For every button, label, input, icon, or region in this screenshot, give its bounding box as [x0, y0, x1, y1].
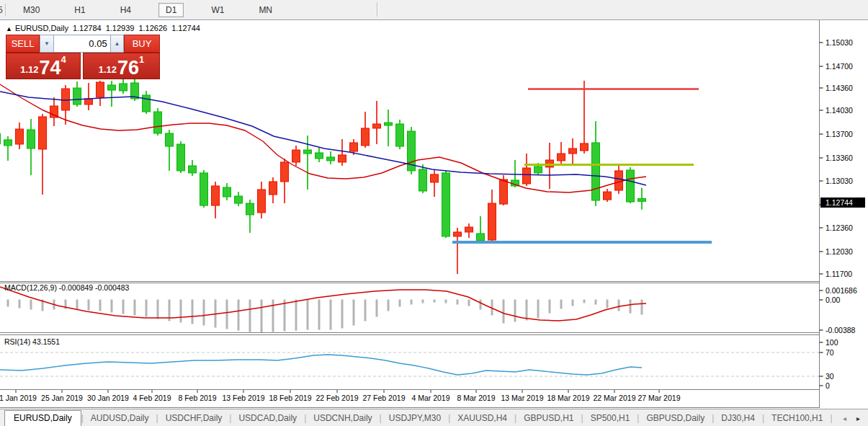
- svg-text:1.12744: 1.12744: [826, 198, 853, 207]
- svg-text:1.12360: 1.12360: [826, 223, 853, 232]
- svg-text:13 Feb 2019: 13 Feb 2019: [223, 394, 265, 402]
- tab-scroll-arrows: ◂ ▸: [833, 409, 865, 426]
- chart-tab-bar: EURUSD,Daily|AUDUSD,Daily|USDCHF,Daily|U…: [0, 409, 868, 426]
- price-axis: 1.150301.147001.143601.140301.137001.133…: [820, 38, 857, 390]
- svg-text:30 Jan 2019: 30 Jan 2019: [87, 394, 129, 402]
- svg-text:30: 30: [826, 372, 834, 381]
- toolbar-divider: [377, 2, 378, 17]
- timeframe-mn[interactable]: MN: [251, 3, 279, 17]
- tab-usdchf-daily[interactable]: USDCHF,Daily: [158, 412, 230, 425]
- svg-text:8 Mar 2019: 8 Mar 2019: [457, 394, 495, 402]
- svg-text:0: 0: [826, 381, 830, 390]
- tab-usdcnh-daily[interactable]: USDCNH,Daily: [306, 412, 379, 425]
- buy-price-prefix: 1.12: [99, 64, 117, 75]
- svg-text:70: 70: [826, 348, 834, 357]
- svg-text:27 Mar 2019: 27 Mar 2019: [638, 394, 681, 402]
- svg-text:0.00: 0.00: [826, 296, 841, 304]
- buy-price-display[interactable]: 1.12 76 1: [83, 53, 160, 79]
- tab-usdcad-daily[interactable]: USDCAD,Daily: [231, 412, 304, 425]
- one-click-trading-panel: SELL ▼ ▲ BUY 1.12 74 4 1.12 76 1: [6, 35, 160, 79]
- tab-gbpusd-daily[interactable]: GBPUSD,Daily: [639, 412, 712, 425]
- svg-text:1.12030: 1.12030: [826, 247, 853, 256]
- timeframe-m30[interactable]: M30: [16, 3, 47, 17]
- sell-price-pip: 4: [61, 54, 66, 65]
- tab-gbpusd-h1[interactable]: GBPUSD,H1: [516, 412, 581, 425]
- macd-label: MACD(12,26,9) -0.000849 -0.000483: [4, 283, 130, 292]
- svg-text:1.13360: 1.13360: [826, 154, 853, 162]
- tab-eurusd-daily[interactable]: EURUSD,Daily: [4, 410, 81, 426]
- close-value: 1.12744: [171, 24, 200, 32]
- buy-price-pip: 1: [139, 54, 144, 65]
- svg-text:100: 100: [826, 338, 838, 347]
- time-axis: 21 Jan 201925 Jan 201930 Jan 20194 Feb 2…: [0, 390, 681, 402]
- svg-text:18 Mar 2019: 18 Mar 2019: [547, 394, 590, 402]
- sell-price-big: 74: [40, 59, 61, 77]
- rsi-label: RSI(14) 43.1551: [4, 337, 60, 346]
- svg-text:1.14700: 1.14700: [826, 62, 853, 71]
- volume-input[interactable]: [54, 35, 110, 53]
- svg-text:21 Jan 2019: 21 Jan 2019: [0, 394, 37, 402]
- svg-text:13 Mar 2019: 13 Mar 2019: [501, 394, 544, 402]
- svg-text:22 Feb 2019: 22 Feb 2019: [316, 394, 359, 402]
- symbol-ohlc-header: ▲EURUSD,Daily1.127841.129391.126261.1274…: [6, 24, 200, 32]
- sell-button[interactable]: SELL: [6, 35, 40, 53]
- sell-price-display[interactable]: 1.12 74 4: [6, 53, 81, 79]
- svg-text:27 Feb 2019: 27 Feb 2019: [363, 394, 406, 402]
- timeframe-h4[interactable]: H4: [113, 3, 138, 17]
- timeframe-h1[interactable]: H1: [67, 3, 92, 17]
- svg-text:1.14030: 1.14030: [826, 106, 853, 115]
- tab-audusd-daily[interactable]: AUDUSD,Daily: [84, 412, 156, 425]
- open-value: 1.12784: [73, 24, 102, 32]
- tab-dj30-h4[interactable]: DJ30,H4: [714, 412, 762, 425]
- tab-xauusd-h4[interactable]: XAUUSD,H4: [450, 412, 514, 425]
- current-price-box: 1.12744: [820, 198, 865, 208]
- timeframe-buttons: M30H1H4D1W1MN: [6, 3, 290, 17]
- svg-text:4 Feb 2019: 4 Feb 2019: [133, 394, 171, 402]
- volume-up-icon[interactable]: ▲: [110, 35, 125, 53]
- timeframe-toolbar: 5 M30H1H4D1W1MN: [0, 0, 868, 20]
- buy-price-big: 76: [117, 59, 139, 77]
- svg-text:8 Feb 2019: 8 Feb 2019: [178, 394, 216, 402]
- svg-text:1.14360: 1.14360: [826, 84, 853, 92]
- svg-text:1.11700: 1.11700: [826, 270, 852, 278]
- svg-text:0.001686: 0.001686: [826, 286, 857, 295]
- symbol-label: EURUSD,Daily: [15, 24, 68, 32]
- svg-text:18 Feb 2019: 18 Feb 2019: [269, 394, 312, 402]
- macd-pane-label: MACD(12,26,9) -0.000849 -0.000483: [4, 283, 130, 292]
- high-value: 1.12939: [106, 24, 135, 32]
- svg-text:1.15030: 1.15030: [826, 38, 853, 47]
- tab-scroll-right-icon[interactable]: ▸: [851, 414, 865, 422]
- timeframe-d1[interactable]: D1: [158, 3, 184, 17]
- svg-text:22 Mar 2019: 22 Mar 2019: [594, 394, 636, 402]
- buy-button[interactable]: BUY: [124, 35, 160, 53]
- svg-text:4 Mar 2019: 4 Mar 2019: [411, 394, 449, 402]
- tab-tech100-h1[interactable]: TECH100,H1: [764, 412, 830, 425]
- rsi-pane-label: RSI(14) 43.1551: [4, 337, 60, 346]
- sell-price-prefix: 1.12: [20, 64, 38, 75]
- volume-down-icon[interactable]: ▼: [40, 35, 54, 53]
- tab-usdjpy-m30[interactable]: USDJPY,M30: [382, 412, 448, 425]
- svg-text:1.13030: 1.13030: [826, 177, 853, 185]
- timeframe-w1[interactable]: W1: [204, 3, 231, 17]
- tab-sp500-h1[interactable]: SP500,H1: [583, 412, 637, 425]
- svg-text:-0.00388: -0.00388: [826, 326, 856, 334]
- svg-text:25 Jan 2019: 25 Jan 2019: [41, 394, 83, 402]
- macd-histogram: [8, 300, 642, 333]
- tab-scroll-left-icon[interactable]: ◂: [838, 414, 851, 422]
- rsi-line: [0, 355, 642, 375]
- svg-text:1.13700: 1.13700: [826, 130, 853, 138]
- partial-toolbar-button[interactable]: 5: [0, 4, 6, 17]
- low-value: 1.12626: [138, 24, 167, 32]
- collapse-panel-icon[interactable]: ▲: [6, 25, 12, 32]
